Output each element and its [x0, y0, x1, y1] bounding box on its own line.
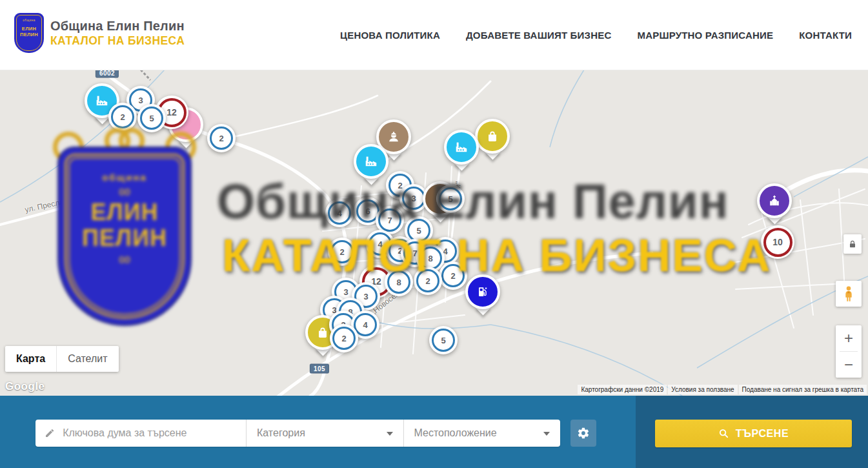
search-fields: Категория Местоположение: [35, 420, 560, 447]
cluster-count: 5: [416, 226, 421, 236]
cluster-count: 12: [167, 107, 177, 117]
brand-text: Община Елин Пелин КАТАЛОГ НА БИЗНЕСА: [50, 19, 185, 48]
zoom-control: + −: [836, 325, 862, 378]
cluster-count: 5: [441, 336, 445, 345]
attribution-data: Картографски данни ©2019: [578, 385, 667, 394]
zoom-out-button[interactable]: −: [836, 352, 862, 378]
chevron-down-icon: [543, 432, 550, 436]
map-pin-bag-icon[interactable]: [475, 119, 510, 154]
map-cluster-marker[interactable]: 5: [137, 104, 166, 132]
cluster-count: 3: [138, 96, 143, 105]
attribution-terms-link[interactable]: Условия за ползване: [668, 385, 737, 394]
nav-item-add-business[interactable]: ДОБАВЕТЕ ВАШИЯТ БИЗНЕС: [466, 30, 611, 41]
cluster-count: 2: [120, 112, 125, 122]
location-select[interactable]: Местоположение: [404, 420, 561, 447]
gear-icon: [577, 427, 590, 440]
cluster-count: 3: [363, 292, 368, 301]
map-cluster-marker[interactable]: 2: [330, 324, 358, 352]
map-cluster-marker[interactable]: 8: [385, 268, 413, 296]
cluster-count: 2: [425, 276, 430, 286]
cluster-count: 2: [339, 247, 344, 257]
cluster-count: 10: [772, 237, 783, 247]
cluster-count: 7: [387, 216, 392, 225]
cluster-count: 4: [378, 239, 382, 249]
pegman-icon: [840, 285, 858, 303]
municipality-crest-icon: община ЕЛИН ПЕЛИН: [14, 13, 44, 53]
keyword-input[interactable]: [61, 427, 238, 440]
map-cluster-marker[interactable]: 5: [436, 185, 465, 213]
category-select[interactable]: Категория: [247, 420, 403, 447]
search-bar: Категория Местоположение ТЪРСЕНЕ: [0, 396, 868, 468]
map-markers: 3122522356475104247282212833383425: [0, 70, 868, 396]
search-button-label: ТЪРСЕНЕ: [736, 428, 789, 440]
site-logo[interactable]: община ЕЛИН ПЕЛИН Община Елин Пелин КАТА…: [14, 13, 185, 53]
cluster-count: 3: [343, 287, 348, 297]
category-select-label: Категория: [257, 427, 305, 439]
map-cluster-marker[interactable]: 10: [761, 225, 794, 259]
zoom-in-button[interactable]: +: [836, 325, 862, 351]
map-cluster-marker[interactable]: 2: [439, 261, 467, 290]
pencil-icon: [45, 427, 55, 439]
cluster-count: 4: [337, 209, 341, 218]
cluster-count: 6: [365, 207, 370, 216]
main-nav: ЦЕНОВА ПОЛИТИКА ДОБАВЕТЕ ВАШИЯТ БИЗНЕС М…: [340, 0, 852, 70]
cluster-count: 2: [450, 271, 455, 281]
map-pin-church-icon[interactable]: [757, 183, 792, 218]
keyword-field[interactable]: [35, 420, 246, 447]
map-cluster-marker[interactable]: 2: [108, 103, 137, 131]
header: община ЕЛИН ПЕЛИН Община Елин Пелин КАТА…: [0, 0, 868, 70]
page: община ЕЛИН ПЕЛИН Община Елин Пелин КАТА…: [0, 0, 868, 468]
search-button[interactable]: ТЪРСЕНЕ: [655, 420, 852, 447]
map-attribution: Картографски данни ©2019 Условия за полз…: [578, 385, 867, 394]
map-cluster-marker[interactable]: 5: [429, 326, 458, 354]
google-logo[interactable]: Google: [5, 380, 45, 393]
map-lock-button[interactable]: [843, 234, 862, 254]
nav-item-route-schedule[interactable]: МАРШРУТНО РАЗПИСАНИЕ: [637, 30, 773, 41]
attribution-report-link[interactable]: Подаване на сигнал за грешка в картата: [739, 385, 867, 394]
cluster-count: 3: [411, 194, 416, 203]
map-cluster-marker[interactable]: 2: [414, 267, 442, 295]
cluster-count: 4: [363, 320, 367, 330]
advanced-search-button[interactable]: [570, 420, 596, 447]
cluster-count: 2: [398, 181, 402, 190]
search-icon: [718, 428, 729, 439]
chevron-down-icon: [387, 432, 393, 436]
map-cluster-marker[interactable]: 2: [207, 124, 236, 152]
location-select-label: Местоположение: [414, 427, 497, 439]
cluster-count: 5: [448, 194, 452, 204]
nav-item-pricing[interactable]: ЦЕНОВА ПОЛИТИКА: [340, 30, 440, 41]
map-type-satellite-button[interactable]: Сателит: [56, 346, 118, 372]
map-canvas[interactable]: 6002105ул. Преславбул. „Новоселци"312252…: [0, 70, 868, 396]
map-cluster-marker[interactable]: 4: [325, 199, 354, 227]
map-pin-fuel-icon[interactable]: [465, 274, 500, 309]
site-title: Община Елин Пелин: [50, 19, 185, 34]
cluster-count: 2: [341, 334, 346, 343]
cluster-count: 2: [219, 134, 223, 143]
map-type-control: Карта Сателит: [5, 346, 119, 372]
crest-top-text: община: [14, 19, 44, 22]
cluster-count: 8: [396, 278, 401, 287]
cluster-count: 5: [149, 114, 154, 123]
lock-icon: [847, 238, 858, 250]
nav-item-contacts[interactable]: КОНТАКТИ: [799, 30, 852, 41]
map-type-map-button[interactable]: Карта: [5, 346, 56, 372]
map-pin-factory-icon[interactable]: [444, 130, 479, 165]
cluster-count: 8: [428, 254, 432, 263]
map-cluster-marker[interactable]: 2: [328, 238, 356, 266]
street-view-pegman-button[interactable]: [836, 281, 862, 307]
site-subtitle: КАТАЛОГ НА БИЗНЕСА: [50, 34, 185, 48]
map-pin-factory-icon[interactable]: [354, 144, 389, 179]
crest-text: ЕЛИН ПЕЛИН: [14, 26, 44, 38]
